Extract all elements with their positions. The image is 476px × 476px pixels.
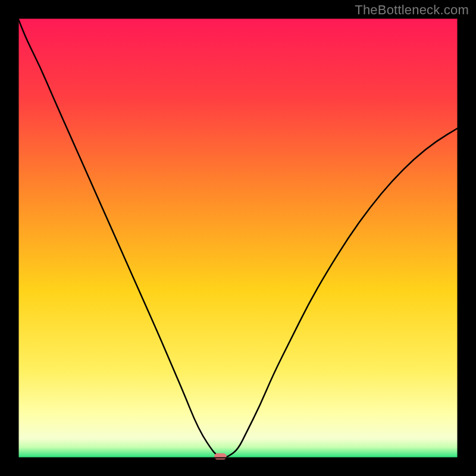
- watermark-text: TheBottleneck.com: [355, 2, 469, 18]
- bottleneck-chart: [0, 0, 476, 476]
